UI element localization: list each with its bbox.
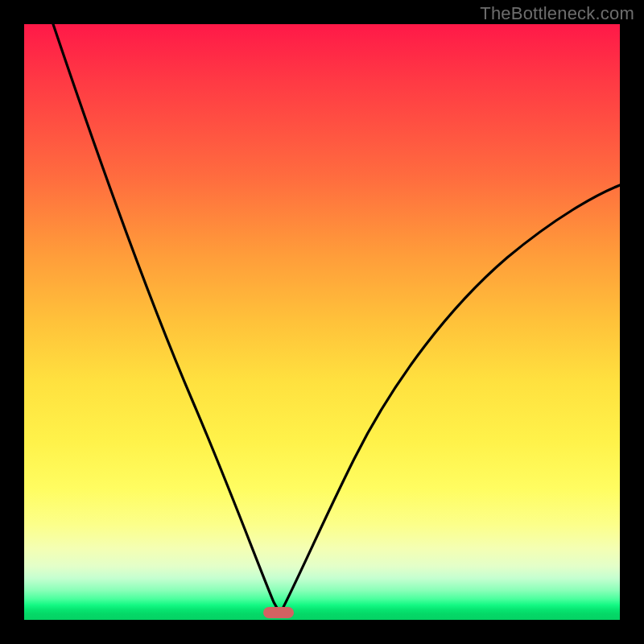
- bottleneck-curve: [24, 24, 620, 620]
- right-curve: [280, 185, 620, 613]
- left-curve: [53, 24, 280, 613]
- watermark-text: TheBottleneck.com: [480, 3, 634, 24]
- plot-area: [24, 24, 620, 620]
- chart-frame: TheBottleneck.com: [0, 0, 644, 644]
- optimal-marker: [263, 607, 294, 618]
